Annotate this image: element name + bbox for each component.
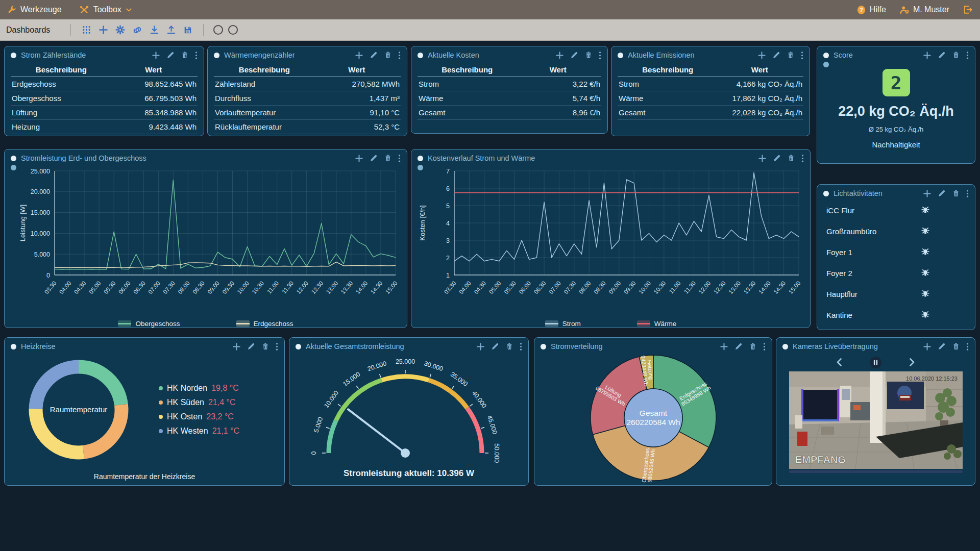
edit-widget-icon[interactable] (734, 342, 743, 350)
widget-menu-icon[interactable] (276, 343, 278, 350)
widget-menu-icon[interactable] (398, 52, 401, 59)
camera-pause-icon[interactable] (869, 356, 882, 369)
heizkreis-legend-item[interactable]: HK Norden19,8 °C (159, 384, 239, 393)
camera-prev-icon[interactable] (836, 358, 843, 367)
edit-widget-icon[interactable] (370, 154, 378, 162)
layout-circle-2[interactable] (228, 25, 238, 35)
card-waermemengenzaehler: Wärmemengenzähler BeschreibungWertZähler… (207, 46, 407, 136)
edit-widget-icon[interactable] (491, 342, 499, 350)
add-widget-icon[interactable] (355, 154, 363, 163)
logout-button[interactable] (963, 5, 973, 14)
widget-status-dot (11, 156, 16, 161)
delete-widget-icon[interactable] (584, 51, 593, 59)
widget-menu-icon[interactable] (801, 155, 804, 162)
legend-item[interactable]: Erdgeschoss (236, 320, 293, 328)
edit-widget-icon[interactable] (772, 51, 780, 59)
camera-progress-bar[interactable] (789, 470, 963, 473)
widget-menu-icon[interactable] (801, 52, 803, 59)
delete-widget-icon[interactable] (181, 51, 189, 59)
table-header: BeschreibungWert (418, 63, 601, 77)
delete-widget-icon[interactable] (261, 342, 270, 350)
svg-text:09:30: 09:30 (623, 280, 637, 295)
edit-widget-icon[interactable] (938, 189, 946, 197)
svg-text:20.000: 20.000 (366, 360, 387, 372)
light-bulb-icon[interactable] (920, 226, 931, 237)
add-widget-icon[interactable] (923, 342, 932, 351)
score-subtitle: Nachhaltigkeit (872, 140, 920, 149)
edit-widget-icon[interactable] (938, 342, 946, 350)
edit-widget-icon[interactable] (570, 51, 578, 59)
edit-widget-icon[interactable] (938, 51, 946, 59)
heizkreis-legend-item[interactable]: HK Süden21,4 °C (159, 398, 239, 407)
download-icon[interactable] (150, 25, 159, 35)
menu-toolbox[interactable]: Toolbox (79, 5, 132, 14)
delete-widget-icon[interactable] (952, 189, 960, 197)
legend-item[interactable]: Wärme (637, 320, 677, 328)
svg-text:06:00: 06:00 (117, 280, 132, 295)
add-widget-icon[interactable] (757, 51, 766, 60)
save-icon[interactable] (183, 26, 192, 35)
help-button[interactable]: ? Hilfe (856, 5, 886, 15)
add-widget-icon[interactable] (152, 51, 160, 60)
svg-text:07:00: 07:00 (548, 280, 562, 295)
table-header: BeschreibungWert (618, 63, 803, 77)
svg-text:13:00: 13:00 (325, 280, 339, 295)
grid-icon[interactable] (82, 25, 91, 35)
svg-text:1: 1 (446, 272, 450, 279)
heizkreis-legend-item[interactable]: HK Osten23,2 °C (159, 412, 239, 421)
add-widget-icon[interactable] (923, 189, 932, 198)
user-menu[interactable]: M. Muster (899, 5, 949, 14)
svg-text:Gesamt: Gesamt (639, 409, 667, 417)
widget-status-dot (11, 53, 16, 58)
widget-menu-icon[interactable] (195, 52, 198, 59)
widget-menu-icon[interactable] (398, 155, 401, 162)
legend-item[interactable]: Obergeschoss (118, 320, 180, 328)
widget-menu-icon[interactable] (763, 343, 766, 350)
add-widget-icon[interactable] (232, 342, 241, 351)
widget-menu-icon[interactable] (966, 52, 969, 59)
add-widget-icon[interactable] (720, 342, 728, 351)
delete-widget-icon[interactable] (787, 51, 795, 59)
light-bulb-icon[interactable] (920, 289, 931, 300)
add-widget-icon[interactable] (923, 51, 932, 60)
svg-text:12:30: 12:30 (713, 280, 727, 295)
add-widget-icon[interactable] (555, 51, 564, 60)
svg-text:09:00: 09:00 (608, 280, 622, 295)
svg-text:0: 0 (310, 451, 317, 455)
delete-widget-icon[interactable] (384, 51, 392, 59)
delete-widget-icon[interactable] (952, 51, 960, 59)
add-widget-icon[interactable] (758, 154, 767, 163)
edit-widget-icon[interactable] (247, 342, 255, 350)
widget-menu-icon[interactable] (966, 190, 969, 197)
light-bulb-icon[interactable] (920, 205, 931, 216)
svg-text:09:30: 09:30 (221, 280, 235, 295)
delete-widget-icon[interactable] (749, 342, 757, 350)
delete-widget-icon[interactable] (787, 154, 795, 162)
delete-widget-icon[interactable] (952, 342, 960, 350)
svg-text:06:30: 06:30 (132, 280, 146, 295)
settings-icon[interactable] (115, 25, 125, 35)
upload-icon[interactable] (166, 25, 176, 35)
link-icon[interactable] (132, 26, 142, 35)
menu-werkzeuge[interactable]: Werkzeuge (7, 5, 62, 14)
add-icon[interactable] (99, 25, 108, 35)
light-bulb-icon[interactable] (920, 247, 931, 258)
card-title: Lichtaktivitäten (834, 189, 918, 197)
delete-widget-icon[interactable] (384, 154, 392, 162)
layout-circle-1[interactable] (213, 25, 223, 35)
add-widget-icon[interactable] (476, 342, 485, 351)
edit-widget-icon[interactable] (773, 154, 781, 162)
light-bulb-icon[interactable] (920, 310, 931, 321)
edit-widget-icon[interactable] (370, 51, 378, 59)
widget-menu-icon[interactable] (599, 52, 601, 59)
light-bulb-icon[interactable] (920, 268, 931, 279)
delete-widget-icon[interactable] (505, 342, 513, 350)
svg-text:06:00: 06:00 (518, 280, 532, 295)
camera-next-icon[interactable] (909, 358, 916, 367)
legend-item[interactable]: Strom (545, 320, 581, 328)
edit-widget-icon[interactable] (166, 51, 175, 59)
heizkreis-legend-item[interactable]: HK Westen21,1 °C (159, 427, 239, 436)
add-widget-icon[interactable] (355, 51, 363, 60)
widget-menu-icon[interactable] (520, 343, 522, 350)
widget-menu-icon[interactable] (966, 343, 969, 350)
